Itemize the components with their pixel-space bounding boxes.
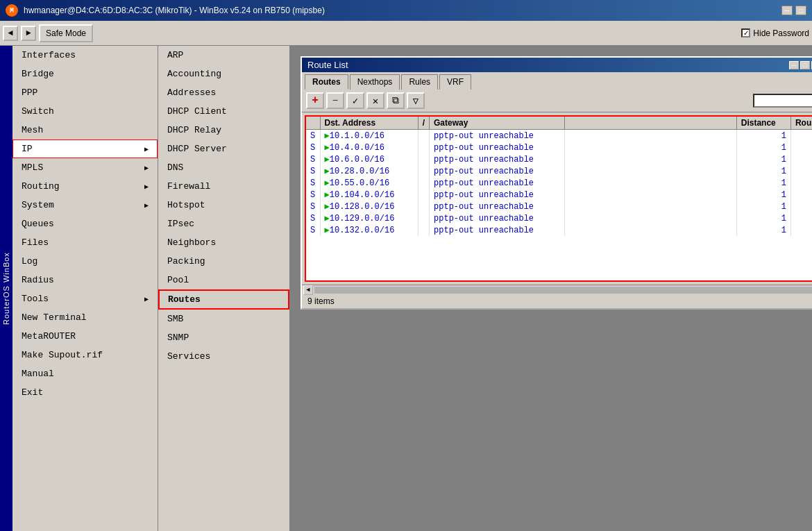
sidebar-item-log[interactable]: Log xyxy=(12,252,158,271)
toolbar: ◄ ► Safe Mode ✓ Hide Password xyxy=(0,21,812,46)
remove-route-button[interactable]: − xyxy=(326,92,344,109)
route-flag: S xyxy=(306,201,320,212)
tools-arrow-icon: ▶ xyxy=(144,295,149,303)
route-dst: ▶10.129.0.0/16 xyxy=(320,212,418,224)
hide-password-label: Hide Password xyxy=(753,28,809,38)
sidebar2-item-firewall[interactable]: Firewall xyxy=(158,177,289,196)
route-window-maximize[interactable]: □ xyxy=(800,61,810,69)
route-distance: 1 xyxy=(736,142,790,153)
sidebar2-item-accounting[interactable]: Accounting xyxy=(158,65,289,83)
table-row[interactable]: S ▶10.104.0.0/16 pptp-out unreachable 1 xyxy=(306,189,812,201)
sidebar-item-queues[interactable]: Queues xyxy=(12,214,158,233)
sidebar-item-system[interactable]: System ▶ xyxy=(12,196,158,214)
routing-arrow-icon: ▶ xyxy=(144,183,149,191)
sidebar2-item-ipsec[interactable]: IPsec xyxy=(158,214,289,233)
sidebar-item-bridge[interactable]: Bridge xyxy=(12,65,158,83)
route-table-container: Dst. Address / Gateway Distance Rou S ▶1… xyxy=(305,115,812,282)
app-icon: M xyxy=(6,4,18,17)
sidebar-item-new-terminal[interactable]: New Terminal xyxy=(12,308,158,327)
sidebar2-item-packing[interactable]: Packing xyxy=(158,252,289,271)
scroll-left-button[interactable]: ◄ xyxy=(303,285,313,295)
tab-nexthops[interactable]: Nexthops xyxy=(350,74,400,90)
sidebar2-item-dhcp-client[interactable]: DHCP Client xyxy=(158,102,289,121)
route-search-input[interactable] xyxy=(753,94,812,108)
copy-route-button[interactable]: ⧉ xyxy=(387,92,405,109)
route-rou xyxy=(790,153,812,165)
table-row[interactable]: S ▶10.129.0.0/16 pptp-out unreachable 1 xyxy=(306,212,812,224)
title-bar-controls[interactable]: ─ □ xyxy=(781,6,806,15)
forward-button[interactable]: ► xyxy=(21,26,36,41)
sidebar2-item-routes[interactable]: Routes xyxy=(158,289,289,310)
sidebar-item-make-supout[interactable]: Make Supout.rif xyxy=(12,346,158,364)
table-row[interactable]: S ▶10.128.0.0/16 pptp-out unreachable 1 xyxy=(306,201,812,212)
sidebar-item-exit[interactable]: Exit xyxy=(12,383,158,402)
route-distance: 1 xyxy=(736,201,790,212)
table-row[interactable]: S ▶10.28.0.0/16 pptp-out unreachable 1 xyxy=(306,165,812,177)
route-spacer xyxy=(564,130,736,142)
maximize-button[interactable]: □ xyxy=(795,6,806,15)
sidebar-item-ip[interactable]: IP ▶ xyxy=(12,140,158,158)
sidebar-item-radius[interactable]: Radius xyxy=(12,271,158,289)
sidebar-item-tools[interactable]: Tools ▶ xyxy=(12,289,158,308)
sidebar-item-files[interactable]: Files xyxy=(12,233,158,252)
sidebar-item-manual[interactable]: Manual xyxy=(12,364,158,383)
table-row[interactable]: S ▶10.1.0.0/16 pptp-out unreachable 1 xyxy=(306,130,812,142)
col-rou: Rou xyxy=(790,117,812,130)
route-flag: S xyxy=(306,165,320,177)
safe-mode-button[interactable]: Safe Mode xyxy=(39,24,93,42)
sidebar2-item-neighbors[interactable]: Neighbors xyxy=(158,233,289,252)
route-spacer xyxy=(564,153,736,165)
route-sep xyxy=(418,130,429,142)
sidebar-item-metarouter[interactable]: MetaROUTER xyxy=(12,327,158,346)
sidebar-item-mesh[interactable]: Mesh xyxy=(12,121,158,140)
sidebar-item-interfaces[interactable]: Interfaces xyxy=(12,46,158,65)
route-table: Dst. Address / Gateway Distance Rou S ▶1… xyxy=(306,117,812,236)
route-gateway: pptp-out unreachable xyxy=(430,201,565,212)
check-route-button[interactable]: ✓ xyxy=(346,92,364,109)
sidebar2-item-dhcp-server[interactable]: DHCP Server xyxy=(158,140,289,158)
sidebar2-item-services[interactable]: Services xyxy=(158,347,289,366)
sidebar2-item-arp[interactable]: ARP xyxy=(158,46,289,65)
route-dst: ▶10.104.0.0/16 xyxy=(320,189,418,201)
filter-route-button[interactable]: ▽ xyxy=(407,92,425,109)
sidebar2-item-hotspot[interactable]: Hotspot xyxy=(158,196,289,214)
sidebar-item-ppp[interactable]: PPP xyxy=(12,83,158,102)
table-row[interactable]: S ▶10.132.0.0/16 pptp-out unreachable 1 xyxy=(306,224,812,236)
route-spacer xyxy=(564,165,736,177)
sidebar2-item-pool[interactable]: Pool xyxy=(158,271,289,289)
table-row[interactable]: S ▶10.55.0.0/16 pptp-out unreachable 1 xyxy=(306,177,812,189)
hide-password-checkbox[interactable]: ✓ xyxy=(741,28,750,37)
sidebar2-item-smb[interactable]: SMB xyxy=(158,310,289,328)
tab-rules[interactable]: Rules xyxy=(401,74,438,90)
tab-routes[interactable]: Routes xyxy=(305,74,348,90)
title-bar-text: hwmanager@D4:CA:6D:D8:AC:3C (MikroTik) -… xyxy=(24,6,325,15)
route-rou xyxy=(790,130,812,142)
route-rou xyxy=(790,189,812,201)
sidebar2-item-dhcp-relay[interactable]: DHCP Relay xyxy=(158,121,289,140)
add-route-button[interactable]: + xyxy=(306,92,324,109)
table-row[interactable]: S ▶10.4.0.0/16 pptp-out unreachable 1 xyxy=(306,142,812,153)
route-window-controls[interactable]: ─ □ ✕ xyxy=(789,61,812,69)
sidebar2-item-dns[interactable]: DNS xyxy=(158,158,289,177)
sidebar2-item-addresses[interactable]: Addresses xyxy=(158,83,289,102)
route-dst: ▶10.1.0.0/16 xyxy=(320,130,418,142)
tab-vrf[interactable]: VRF xyxy=(439,74,471,90)
route-sep xyxy=(418,177,429,189)
system-arrow-icon: ▶ xyxy=(144,201,149,210)
back-button[interactable]: ◄ xyxy=(3,26,18,41)
sidebar-item-switch[interactable]: Switch xyxy=(12,102,158,121)
minimize-button[interactable]: ─ xyxy=(781,6,793,15)
route-scrollbar[interactable]: ◄ ► xyxy=(302,285,812,294)
content-area: Route List ─ □ ✕ Routes Nexthops Rules V… xyxy=(290,46,812,531)
cross-route-button[interactable]: ✕ xyxy=(366,92,384,109)
sidebar-item-routing[interactable]: Routing ▶ xyxy=(12,177,158,196)
sidebar-item-mpls[interactable]: MPLS ▶ xyxy=(12,158,158,177)
route-status-bar: 9 items xyxy=(302,294,812,308)
route-sep xyxy=(418,165,429,177)
route-window-minimize[interactable]: ─ xyxy=(789,61,799,69)
route-flag: S xyxy=(306,130,320,142)
route-flag: S xyxy=(306,177,320,189)
sidebar2-item-snmp[interactable]: SNMP xyxy=(158,328,289,347)
col-sep: / xyxy=(418,117,429,130)
table-row[interactable]: S ▶10.6.0.0/16 pptp-out unreachable 1 xyxy=(306,153,812,165)
